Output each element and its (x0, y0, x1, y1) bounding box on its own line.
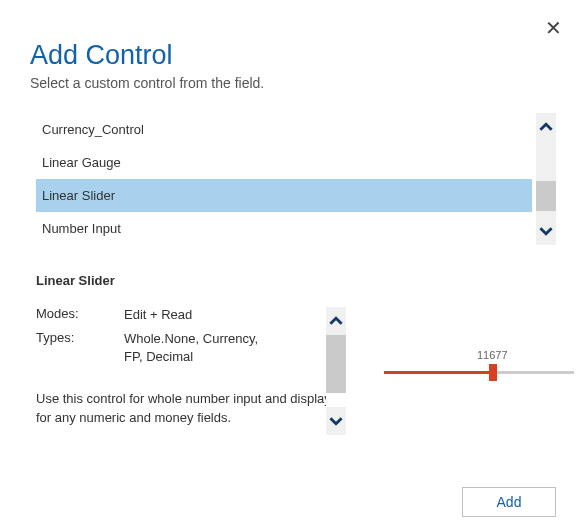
dialog-subtitle: Select a custom control from the field. (30, 75, 556, 91)
list-item-currency-control[interactable]: Currency_Control (36, 113, 532, 146)
control-list-container: Currency_Control Linear Gauge Linear Sli… (36, 113, 556, 245)
add-button[interactable]: Add (462, 487, 556, 517)
scroll-down-button[interactable] (536, 217, 556, 245)
list-item-linear-slider[interactable]: Linear Slider (36, 179, 532, 212)
list-item-linear-gauge[interactable]: Linear Gauge (36, 146, 532, 179)
scroll-up-button[interactable] (536, 113, 556, 141)
add-control-dialog: Add Control Select a custom control from… (0, 0, 586, 428)
details-scroll-up[interactable] (326, 307, 346, 335)
slider-fill (384, 371, 494, 374)
slider-value-label: 11677 (477, 349, 508, 361)
modes-label: Modes: (36, 306, 124, 324)
dialog-title: Add Control (30, 40, 556, 71)
chevron-down-icon (539, 224, 553, 238)
types-label: Types: (36, 330, 124, 366)
chevron-up-icon (329, 314, 343, 328)
details-info: Linear Slider Modes: Edit + Read Types: … (36, 273, 346, 428)
control-preview: 11677 (346, 273, 556, 428)
modes-value: Edit + Read (124, 306, 346, 324)
list-item-number-input[interactable]: Number Input (36, 212, 532, 245)
chevron-up-icon (539, 120, 553, 134)
chevron-down-icon (329, 414, 343, 428)
slider-thumb[interactable] (489, 364, 497, 381)
types-value: Whole.None, Currency, FP, Decimal (124, 330, 269, 366)
control-details: Linear Slider Modes: Edit + Read Types: … (36, 273, 556, 428)
list-scrollbar[interactable] (536, 113, 556, 245)
control-list: Currency_Control Linear Gauge Linear Sli… (36, 113, 532, 245)
details-scroll-down[interactable] (326, 407, 346, 435)
details-scroll-track[interactable] (326, 335, 346, 407)
close-icon[interactable]: ✕ (545, 18, 562, 38)
scroll-track[interactable] (536, 141, 556, 217)
scroll-thumb[interactable] (536, 181, 556, 211)
dialog-footer: Add (462, 487, 556, 517)
details-scroll-thumb[interactable] (326, 335, 346, 393)
details-name: Linear Slider (36, 273, 346, 288)
details-scrollbar[interactable] (326, 307, 346, 435)
control-description: Use this control for whole number input … (36, 389, 336, 428)
